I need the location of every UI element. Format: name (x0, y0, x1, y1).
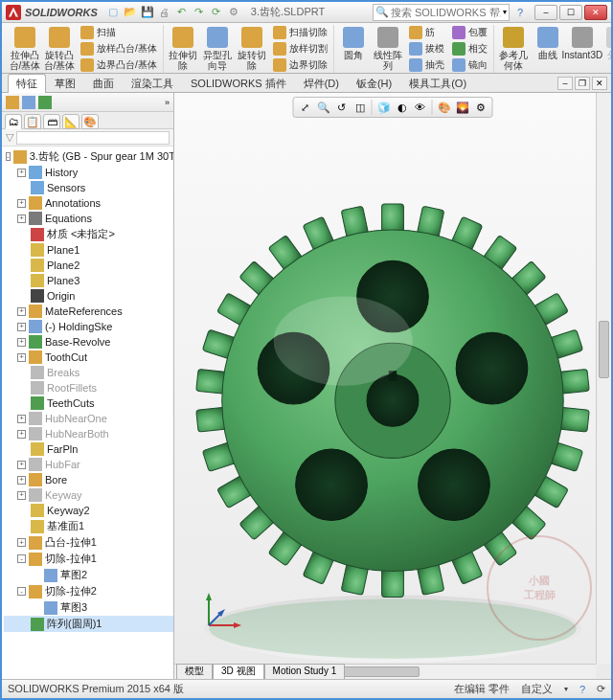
tree-item[interactable]: 草图2 (4, 567, 173, 583)
tree-item[interactable]: +HubNearOne (4, 411, 173, 426)
cmd-tab-1[interactable]: 草图 (46, 74, 84, 93)
tree-item[interactable]: +Bore (4, 472, 173, 487)
tree-item[interactable]: 阵列(圆周)1 (4, 616, 173, 632)
expand-icon[interactable]: + (17, 199, 26, 208)
mdi-close-button[interactable]: ✕ (592, 77, 607, 90)
view-orient-button[interactable]: 🧊 (375, 99, 393, 116)
fm-tab-property-manager[interactable]: 📋 (24, 114, 41, 129)
mdi-minimize-button[interactable]: – (557, 77, 573, 90)
display-style-button[interactable]: ◐ (394, 99, 411, 116)
view-tab[interactable]: Motion Study 1 (264, 664, 346, 679)
tree-item[interactable]: Breaks (4, 365, 173, 380)
expand-icon[interactable]: - (6, 152, 11, 161)
fm-tab-display-manager[interactable]: 🎨 (81, 114, 99, 129)
mirror-button[interactable]: 镜向 (449, 57, 490, 73)
prev-view-button[interactable]: ↺ (333, 99, 351, 116)
tree-item[interactable]: -切除-拉伸1 (4, 551, 173, 567)
tree-item[interactable]: +History (4, 165, 173, 180)
vertical-scrollbar[interactable] (596, 93, 611, 664)
revolve-boss-button[interactable]: 旋转凸台/基体 (43, 25, 76, 73)
tree-item[interactable]: +Base-Revolve (4, 334, 173, 350)
new-button[interactable]: ▢ (105, 5, 121, 20)
boundary-cut-button[interactable]: 边界切除 (270, 57, 330, 73)
extrude-cut-button[interactable]: 拉伸切除 (167, 25, 199, 73)
help-search-input[interactable] (391, 7, 501, 18)
cmd-tab-4[interactable]: SOLIDWORKS 插件 (182, 74, 295, 93)
tree-item[interactable]: RootFillets (4, 380, 173, 395)
loft-cut-button[interactable]: 放样切割 (270, 41, 330, 56)
scene-button[interactable]: 🌄 (454, 99, 471, 116)
minimize-button[interactable]: – (534, 5, 557, 20)
zoom-fit-button[interactable]: ⤢ (297, 99, 314, 116)
curves-button[interactable]: 曲线 (532, 25, 564, 73)
tree-item[interactable]: +Equations (4, 211, 173, 226)
expand-icon[interactable]: + (17, 215, 26, 223)
rebuild-button[interactable]: ⟳ (209, 5, 224, 20)
expand-icon[interactable]: + (17, 169, 26, 177)
instant3d-button[interactable]: Instant3D (566, 25, 599, 73)
appearance-button[interactable]: 🎨 (436, 99, 453, 116)
status-rebuild-icon[interactable]: ⟳ (597, 683, 605, 695)
search-dropdown-icon[interactable]: ▾ (503, 8, 507, 16)
view-tab[interactable]: 模型 (176, 664, 213, 679)
tree-item[interactable]: TeethCuts (4, 395, 173, 411)
expand-icon[interactable]: + (17, 338, 26, 347)
tree-item[interactable]: +凸台-拉伸1 (4, 534, 173, 551)
options-button[interactable]: ⚙ (226, 5, 241, 20)
loft-boss-button[interactable]: 放样凸台/基体 (78, 41, 160, 56)
zoom-area-button[interactable]: 🔍 (315, 99, 332, 116)
cmd-tab-6[interactable]: 钣金(H) (348, 74, 400, 93)
fm-tab-config-manager[interactable]: 🗃 (43, 114, 60, 129)
cmd-tab-7[interactable]: 模具工具(O) (400, 74, 475, 93)
expand-icon[interactable]: + (17, 491, 26, 500)
expand-icon[interactable]: + (17, 307, 26, 316)
expand-icon[interactable]: + (17, 430, 26, 439)
save-button[interactable]: 💾 (140, 5, 155, 20)
tree-filter-input[interactable] (16, 131, 170, 145)
boundary-boss-button[interactable]: 边界凸台/基体 (78, 57, 160, 73)
expand-icon[interactable]: + (17, 538, 26, 547)
tree-item[interactable]: +HubNearBoth (4, 426, 173, 441)
undo-button[interactable]: ↶ (174, 5, 190, 20)
cmd-tab-3[interactable]: 渲染工具 (123, 74, 182, 93)
view-settings-button[interactable]: ⚙ (472, 99, 489, 116)
mdi-restore-button[interactable]: ❐ (575, 77, 590, 90)
view-tab[interactable]: 3D 视图 (213, 664, 264, 679)
revolve-cut-button[interactable]: 旋转切除 (236, 25, 268, 73)
tree-item[interactable]: Plane2 (4, 258, 173, 273)
shell-button[interactable]: 抽壳 (406, 57, 447, 73)
fm-tab-dimxpert[interactable]: 📐 (62, 114, 79, 129)
sweep-cut-button[interactable]: 扫描切除 (270, 25, 330, 40)
redo-button[interactable]: ↷ (192, 5, 207, 20)
tree-item[interactable]: +ToothCut (4, 350, 173, 365)
linear-pattern-button[interactable]: 线性阵列 (372, 25, 404, 73)
tree-item[interactable]: Plane3 (4, 273, 173, 288)
expand-icon[interactable]: + (17, 476, 26, 485)
status-dropdown-icon[interactable]: ▾ (564, 685, 568, 693)
fm-tab-feature-manager[interactable]: 🗂 (5, 114, 22, 129)
hide-show-button[interactable]: 👁 (412, 99, 429, 116)
expand-icon[interactable]: + (17, 415, 26, 423)
cmd-tab-0[interactable]: 特征 (8, 74, 46, 93)
tree-item[interactable]: -切除-拉伸2 (4, 583, 173, 599)
help-icon[interactable]: ? (517, 7, 523, 18)
section-button[interactable]: ◫ (352, 99, 369, 116)
status-custom[interactable]: 自定义 (521, 682, 553, 696)
cmd-tab-5[interactable]: 焊件(D) (295, 74, 348, 93)
wrap-button[interactable]: 包覆 (449, 25, 490, 40)
ref-geom-button[interactable]: 参考几何体 (497, 25, 530, 73)
extrude-boss-button[interactable]: 拉伸凸台/基体 (9, 25, 41, 73)
tree-item[interactable]: 基准面1 (4, 518, 173, 534)
fillet-button[interactable]: 圆角 (337, 25, 370, 73)
tree-item[interactable]: Sensors (4, 180, 173, 195)
help-search[interactable]: 🔍 ▾ (373, 4, 510, 21)
expand-icon[interactable]: - (17, 554, 26, 563)
print-button[interactable]: 🖨 (157, 5, 172, 20)
open-button[interactable]: 📂 (123, 5, 138, 20)
tree-item[interactable]: Keyway2 (4, 503, 173, 518)
tree-item[interactable]: FarPln (4, 441, 173, 457)
graphics-viewport[interactable]: ⤢🔍↺◫🧊◐👁🎨🌄⚙ (174, 93, 611, 679)
sweep-boss-button[interactable]: 扫描 (78, 25, 160, 40)
feature-tree[interactable]: -3.齿轮 (GB - Spur gear 1M 30T 20PA+Histor… (2, 147, 173, 679)
draft-button[interactable]: 拔模 (406, 41, 447, 56)
